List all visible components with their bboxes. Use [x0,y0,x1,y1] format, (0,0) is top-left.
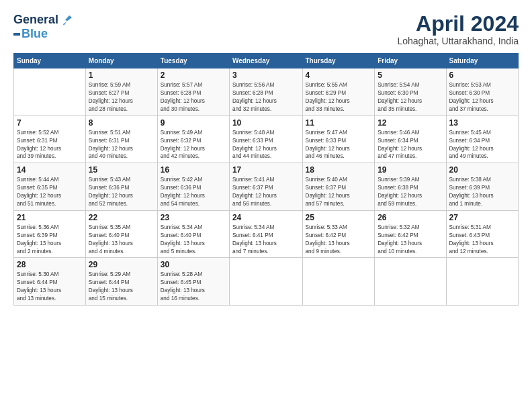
cell-data: Sunrise: 5:41 AM Sunset: 6:37 PM Dayligh… [232,176,300,208]
cell-4-1: 29Sunrise: 5:29 AM Sunset: 6:44 PM Dayli… [85,258,157,306]
day-number: 10 [232,118,300,128]
cell-data: Sunrise: 5:39 AM Sunset: 6:38 PM Dayligh… [378,176,443,208]
cell-data: Sunrise: 5:47 AM Sunset: 6:33 PM Dayligh… [306,129,372,161]
cell-data: Sunrise: 5:56 AM Sunset: 6:28 PM Dayligh… [232,81,300,113]
day-number: 14 [17,165,83,175]
week-row-4: 28Sunrise: 5:30 AM Sunset: 6:44 PM Dayli… [14,258,519,306]
day-number: 22 [89,213,154,222]
header-friday: Friday [375,54,446,68]
cell-2-1: 15Sunrise: 5:43 AM Sunset: 6:36 PM Dayli… [85,163,157,211]
cell-0-4: 4Sunrise: 5:55 AM Sunset: 6:29 PM Daylig… [302,68,375,116]
cell-4-6 [446,258,518,306]
calendar-table: SundayMondayTuesdayWednesdayThursdayFrid… [13,53,519,306]
month-title: April 2024 [397,12,519,36]
cell-1-4: 11Sunrise: 5:47 AM Sunset: 6:33 PM Dayli… [302,116,375,163]
day-number: 29 [89,260,154,269]
cell-data: Sunrise: 5:59 AM Sunset: 6:27 PM Dayligh… [89,81,154,113]
cell-4-0: 28Sunrise: 5:30 AM Sunset: 6:44 PM Dayli… [14,258,86,306]
day-number: 11 [306,118,372,128]
cell-data: Sunrise: 5:43 AM Sunset: 6:36 PM Dayligh… [89,176,154,208]
logo-general: General [13,13,58,27]
cell-data: Sunrise: 5:40 AM Sunset: 6:37 PM Dayligh… [306,176,372,208]
cell-0-6: 6Sunrise: 5:53 AM Sunset: 6:30 PM Daylig… [446,68,518,116]
cell-data: Sunrise: 5:28 AM Sunset: 6:45 PM Dayligh… [161,271,226,303]
location: Lohaghat, Uttarakhand, India [397,36,519,46]
day-number: 25 [306,213,372,222]
day-number: 8 [89,118,154,128]
cell-3-4: 25Sunrise: 5:33 AM Sunset: 6:42 PM Dayli… [302,210,375,258]
cell-data: Sunrise: 5:44 AM Sunset: 6:35 PM Dayligh… [17,176,83,208]
header-wednesday: Wednesday [229,54,302,68]
header-monday: Monday [85,54,157,68]
cell-data: Sunrise: 5:54 AM Sunset: 6:30 PM Dayligh… [378,81,443,113]
day-number: 5 [378,71,443,80]
day-number: 6 [449,71,515,80]
cell-data: Sunrise: 5:51 AM Sunset: 6:31 PM Dayligh… [89,129,154,161]
cell-1-3: 10Sunrise: 5:48 AM Sunset: 6:33 PM Dayli… [229,116,302,163]
cell-data: Sunrise: 5:31 AM Sunset: 6:43 PM Dayligh… [449,224,515,256]
day-number: 24 [232,213,300,222]
cell-3-6: 27Sunrise: 5:31 AM Sunset: 6:43 PM Dayli… [446,210,518,258]
day-number: 26 [378,213,443,222]
day-number: 12 [378,118,443,128]
cell-0-3: 3Sunrise: 5:56 AM Sunset: 6:28 PM Daylig… [229,68,302,116]
day-number: 28 [17,260,83,269]
svg-marker-0 [63,15,72,26]
cell-4-3 [229,258,302,306]
week-row-3: 21Sunrise: 5:36 AM Sunset: 6:39 PM Dayli… [14,210,519,258]
cell-data: Sunrise: 5:34 AM Sunset: 6:40 PM Dayligh… [161,224,226,256]
day-number: 1 [89,71,154,80]
day-number: 4 [306,71,372,80]
cell-data: Sunrise: 5:42 AM Sunset: 6:36 PM Dayligh… [161,176,226,208]
header-row: SundayMondayTuesdayWednesdayThursdayFrid… [14,54,519,68]
cell-data: Sunrise: 5:33 AM Sunset: 6:42 PM Dayligh… [306,224,372,256]
cell-data: Sunrise: 5:35 AM Sunset: 6:40 PM Dayligh… [89,224,154,256]
day-number: 7 [17,118,83,128]
cell-2-5: 19Sunrise: 5:39 AM Sunset: 6:38 PM Dayli… [375,163,446,211]
cell-0-2: 2Sunrise: 5:57 AM Sunset: 6:28 PM Daylig… [157,68,229,116]
cell-0-5: 5Sunrise: 5:54 AM Sunset: 6:30 PM Daylig… [375,68,446,116]
header-saturday: Saturday [446,54,518,68]
logo-blue: Blue [21,27,48,41]
cell-4-4 [302,258,375,306]
cell-2-4: 18Sunrise: 5:40 AM Sunset: 6:37 PM Dayli… [302,163,375,211]
day-number: 3 [232,71,300,80]
cell-data: Sunrise: 5:32 AM Sunset: 6:42 PM Dayligh… [378,224,443,256]
cell-data: Sunrise: 5:38 AM Sunset: 6:39 PM Dayligh… [449,176,515,208]
cell-3-0: 21Sunrise: 5:36 AM Sunset: 6:39 PM Dayli… [14,210,86,258]
cell-2-0: 14Sunrise: 5:44 AM Sunset: 6:35 PM Dayli… [14,163,86,211]
day-number: 21 [17,213,83,222]
cell-2-3: 17Sunrise: 5:41 AM Sunset: 6:37 PM Dayli… [229,163,302,211]
cell-1-5: 12Sunrise: 5:46 AM Sunset: 6:34 PM Dayli… [375,116,446,163]
day-number: 23 [161,213,226,222]
cell-data: Sunrise: 5:49 AM Sunset: 6:32 PM Dayligh… [161,129,226,161]
cell-data: Sunrise: 5:34 AM Sunset: 6:41 PM Dayligh… [232,224,300,256]
day-number: 2 [161,71,226,80]
cell-3-1: 22Sunrise: 5:35 AM Sunset: 6:40 PM Dayli… [85,210,157,258]
cell-3-2: 23Sunrise: 5:34 AM Sunset: 6:40 PM Dayli… [157,210,229,258]
week-row-2: 14Sunrise: 5:44 AM Sunset: 6:35 PM Dayli… [14,163,519,211]
day-number: 16 [161,165,226,175]
day-number: 30 [161,260,226,269]
cell-0-0 [14,68,86,116]
cell-1-0: 7Sunrise: 5:52 AM Sunset: 6:31 PM Daylig… [14,116,86,163]
cell-2-6: 20Sunrise: 5:38 AM Sunset: 6:39 PM Dayli… [446,163,518,211]
cell-data: Sunrise: 5:48 AM Sunset: 6:33 PM Dayligh… [232,129,300,161]
cell-0-1: 1Sunrise: 5:59 AM Sunset: 6:27 PM Daylig… [85,68,157,116]
logo: General Blue [13,12,75,41]
day-number: 19 [378,165,443,175]
cell-2-2: 16Sunrise: 5:42 AM Sunset: 6:36 PM Dayli… [157,163,229,211]
cell-4-5 [375,258,446,306]
cell-4-2: 30Sunrise: 5:28 AM Sunset: 6:45 PM Dayli… [157,258,229,306]
cell-data: Sunrise: 5:30 AM Sunset: 6:44 PM Dayligh… [17,271,83,303]
header-sunday: Sunday [14,54,86,68]
page-header: General Blue April 2024 Lohaghat, Uttara… [13,12,519,46]
cell-data: Sunrise: 5:45 AM Sunset: 6:34 PM Dayligh… [449,129,515,161]
cell-data: Sunrise: 5:29 AM Sunset: 6:44 PM Dayligh… [89,271,154,303]
cell-1-2: 9Sunrise: 5:49 AM Sunset: 6:32 PM Daylig… [157,116,229,163]
day-number: 17 [232,165,300,175]
day-number: 18 [306,165,372,175]
cell-1-1: 8Sunrise: 5:51 AM Sunset: 6:31 PM Daylig… [85,116,157,163]
cell-1-6: 13Sunrise: 5:45 AM Sunset: 6:34 PM Dayli… [446,116,518,163]
title-block: April 2024 Lohaghat, Uttarakhand, India [397,12,519,46]
